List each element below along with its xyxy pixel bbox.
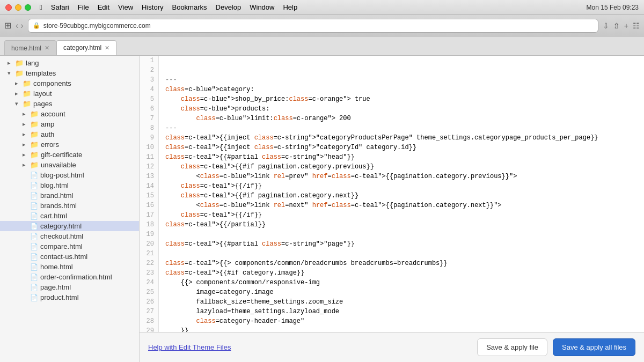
code-line[interactable]: ---	[165, 123, 638, 133]
menu-window[interactable]: Window	[250, 3, 274, 11]
sidebar-item-amp[interactable]: ▸📁amp	[0, 119, 139, 129]
tree-arrow: ▸	[23, 131, 30, 138]
tab-home[interactable]: home.html ✕	[4, 40, 56, 55]
minimize-button[interactable]	[15, 4, 21, 11]
editor-area[interactable]: 1234567891011121314151617181920212223242…	[140, 56, 644, 362]
mac-titlebar:  Safari File Edit View History Bookmark…	[0, 0, 644, 15]
sidebar-item-label: checkout.html	[40, 232, 83, 240]
tree-arrow: ▸	[15, 90, 23, 97]
file-icon: 📄	[30, 202, 38, 210]
traffic-lights	[5, 4, 31, 11]
code-line[interactable]: class=c-teal">{{inject class=c-string">"…	[165, 133, 638, 143]
mac-toolbar-right: Mon 15 Feb 09:23	[587, 4, 639, 11]
share-icon[interactable]: ⇫	[613, 21, 620, 30]
forward-button[interactable]: ›	[20, 21, 23, 31]
menu-safari[interactable]: Safari	[51, 3, 69, 11]
line-number: 11	[144, 152, 154, 162]
sidebar-item-blog-post.html[interactable]: 📄blog-post.html	[0, 170, 139, 180]
code-line[interactable]: class=c-blue">category:	[165, 85, 638, 94]
code-line[interactable]	[165, 230, 638, 239]
menu-history[interactable]: History	[142, 3, 163, 11]
code-line[interactable]: class=c-blue">products:	[165, 104, 638, 114]
menu-edit[interactable]: Edit	[98, 3, 109, 11]
code-line[interactable]: ---	[165, 75, 638, 85]
bottom-bar: Help with Edit Theme Files Save & apply …	[140, 332, 644, 362]
tab-category-close[interactable]: ✕	[105, 45, 109, 51]
code-line[interactable]: <class=c-blue">link rel=prev" href=class…	[165, 172, 638, 181]
menu-apple[interactable]: 	[40, 3, 42, 11]
code-line[interactable]: class=c-teal">{{inject class=c-string">"…	[165, 143, 638, 152]
code-line[interactable]: class=c-teal">{{#if pagination.category.…	[165, 162, 638, 172]
code-line[interactable]: class=c-teal">{{#if category.image}}	[165, 268, 638, 278]
sidebar-icon[interactable]: ☷	[633, 21, 640, 30]
tree-arrow: ▾	[15, 100, 23, 107]
code-line[interactable]: class=c-teal">{{> components/common/brea…	[165, 258, 638, 268]
file-icon: 📄	[30, 243, 38, 250]
code-line[interactable]: class=c-blue">shop_by_price:class=c-oran…	[165, 94, 638, 104]
code-line[interactable]: class=category-header-image"	[165, 316, 638, 326]
sidebar-item-brands.html[interactable]: 📄brands.html	[0, 201, 139, 211]
code-line[interactable]: class=c-teal">{{/if}}	[165, 181, 638, 191]
menu-view[interactable]: View	[118, 3, 133, 11]
tab-strip: home.html ✕ category.html ✕	[0, 36, 644, 56]
menu-file[interactable]: File	[78, 3, 89, 11]
help-link[interactable]: Help with Edit Theme Files	[148, 343, 231, 351]
download-icon[interactable]: ⇩	[603, 21, 609, 30]
sidebar-item-cart.html[interactable]: 📄cart.html	[0, 211, 139, 221]
sidebar-toggle-button[interactable]: ⊞	[4, 20, 11, 31]
address-bar[interactable]: 🔒 store-59cubbgc.mybigcommerce.com	[28, 19, 598, 33]
code-line[interactable]: class=c-blue">limit:class=c-orange"> 200	[165, 114, 638, 123]
code-content[interactable]: ---class=c-blue">category: class=c-blue"…	[159, 56, 644, 362]
line-number: 28	[144, 316, 154, 326]
sidebar-item-templates[interactable]: ▾📁templates	[0, 68, 139, 78]
sidebar-item-checkout.html[interactable]: 📄checkout.html	[0, 231, 139, 241]
folder-icon: 📁	[30, 130, 39, 138]
sidebar-item-blog.html[interactable]: 📄blog.html	[0, 180, 139, 190]
new-tab-icon[interactable]: +	[624, 21, 628, 30]
code-line[interactable]: class=c-teal">{{/if}}	[165, 210, 638, 220]
sidebar-item-pages[interactable]: ▾📁pages	[0, 99, 139, 109]
code-line[interactable]: class=c-teal">{{#if pagination.category.…	[165, 191, 638, 201]
sidebar-item-label: product.html	[40, 293, 79, 301]
code-line[interactable]: class=c-teal">{{#partial class=c-string"…	[165, 152, 638, 162]
tab-category[interactable]: category.html ✕	[56, 40, 116, 55]
code-line[interactable]: fallback_size=theme_settings.zoom_size	[165, 297, 638, 307]
code-line[interactable]: {{> components/common/responsive-img	[165, 278, 638, 287]
sidebar-item-gift-certificate[interactable]: ▸📁gift-certificate	[0, 150, 139, 160]
code-line[interactable]: image=category.image	[165, 287, 638, 297]
save-all-button[interactable]: Save & apply all files	[553, 338, 635, 356]
sidebar-item-lang[interactable]: ▸📁lang	[0, 58, 139, 68]
back-button[interactable]: ‹	[16, 21, 18, 31]
sidebar-item-compare.html[interactable]: 📄compare.html	[0, 241, 139, 252]
menu-help[interactable]: Help	[283, 3, 297, 11]
code-line[interactable]	[165, 249, 638, 258]
sidebar-item-category.html[interactable]: 📄category.html	[0, 221, 139, 231]
sidebar-item-account[interactable]: ▸📁account	[0, 109, 139, 119]
fullscreen-button[interactable]	[25, 4, 31, 11]
save-file-button[interactable]: Save & apply file	[477, 338, 547, 356]
tree-arrow: ▸	[23, 161, 30, 168]
code-line[interactable]: class=c-teal">{{#partial class=c-string"…	[165, 239, 638, 249]
line-number: 24	[144, 278, 154, 287]
sidebar-item-order-confirmation.html[interactable]: 📄order-confirmation.html	[0, 272, 139, 282]
tab-home-close[interactable]: ✕	[45, 45, 49, 51]
menu-develop[interactable]: Develop	[216, 3, 241, 11]
sidebar-item-components[interactable]: ▸📁components	[0, 78, 139, 88]
sidebar-item-errors[interactable]: ▸📁errors	[0, 139, 139, 150]
menu-bookmarks[interactable]: Bookmarks	[172, 3, 207, 11]
folder-icon: 📁	[23, 79, 31, 87]
code-line[interactable]: lazyload=theme_settings.lazyload_mode	[165, 307, 638, 316]
sidebar-item-contact-us.html[interactable]: 📄contact-us.html	[0, 252, 139, 262]
sidebar-item-unavailable[interactable]: ▸📁unavailable	[0, 160, 139, 170]
sidebar-item-home.html[interactable]: 📄home.html	[0, 262, 139, 272]
sidebar-item-page.html[interactable]: 📄page.html	[0, 282, 139, 292]
line-number: 13	[144, 172, 154, 181]
code-line[interactable]: class=c-teal">{{/partial}}	[165, 220, 638, 230]
sidebar-item-auth[interactable]: ▸📁auth	[0, 129, 139, 139]
code-line[interactable]: <class=c-blue">link rel=next" href=class…	[165, 201, 638, 210]
line-number: 18	[144, 220, 154, 230]
close-button[interactable]	[5, 4, 12, 11]
sidebar-item-layout[interactable]: ▸📁layout	[0, 88, 139, 99]
sidebar-item-brand.html[interactable]: 📄brand.html	[0, 190, 139, 201]
sidebar-item-product.html[interactable]: 📄product.html	[0, 292, 139, 302]
